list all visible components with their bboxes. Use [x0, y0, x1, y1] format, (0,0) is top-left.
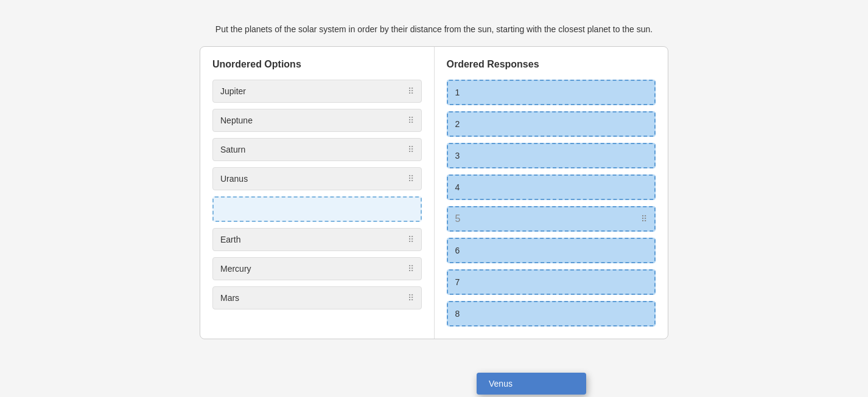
list-item[interactable]: Jupiter ⠿ — [212, 80, 422, 103]
slot-number: 6 — [455, 246, 460, 255]
ordered-slot-5[interactable]: 5 ⠿ — [447, 206, 656, 232]
slot-number: 7 — [455, 277, 460, 287]
ordered-slot-1[interactable]: 1 — [447, 80, 656, 105]
drag-handle-icon[interactable]: ⠿ — [403, 86, 414, 96]
item-label: Mercury — [220, 264, 403, 274]
ordered-slot-7[interactable]: 7 — [447, 269, 656, 295]
ordered-slot-6[interactable]: 6 — [447, 238, 656, 263]
slot-number: 3 — [455, 151, 460, 161]
drag-handle-icon[interactable]: ⠿ — [403, 235, 414, 244]
item-label: Uranus — [220, 174, 403, 184]
instructions-text: Put the planets of the solar system in o… — [215, 24, 653, 34]
drag-handle-icon[interactable]: ⠿ — [403, 174, 414, 184]
page-container: Put the planets of the solar system in o… — [0, 24, 868, 339]
slot-number: 8 — [455, 309, 460, 319]
venus-label: Venus — [489, 379, 513, 388]
unordered-header: Unordered Options — [212, 59, 422, 70]
item-label: Saturn — [220, 145, 403, 154]
slot-number: 4 — [455, 182, 460, 192]
list-item[interactable]: Mercury ⠿ — [212, 257, 422, 280]
drag-handle-icon[interactable]: ⠿ — [403, 116, 414, 125]
venus-drop-placeholder — [212, 196, 422, 222]
ordered-list: 1 2 3 4 5 ⠿ — [447, 80, 656, 326]
item-label: Jupiter — [220, 86, 403, 96]
drag-handle-icon[interactable]: ⠿ — [403, 293, 414, 303]
list-item[interactable]: Uranus ⠿ — [212, 167, 422, 190]
unordered-list: Jupiter ⠿ Neptune ⠿ Saturn ⠿ Uranus ⠿ — [212, 80, 422, 309]
slot-number: 2 — [455, 119, 460, 129]
item-label: Earth — [220, 235, 403, 244]
ordered-slot-8[interactable]: 8 — [447, 301, 656, 326]
drag-handle-icon[interactable]: ⠿ — [403, 145, 414, 154]
venus-drag-item[interactable]: Venus — [477, 373, 586, 395]
drag-handle-icon[interactable]: ⠿ — [403, 264, 414, 274]
ordered-slot-4[interactable]: 4 — [447, 174, 656, 200]
list-item[interactable]: Saturn ⠿ — [212, 138, 422, 161]
ordered-header: Ordered Responses — [447, 59, 656, 70]
ordered-column: Ordered Responses 1 2 3 4 — [435, 47, 668, 339]
unordered-column: Unordered Options Jupiter ⠿ Neptune ⠿ Sa… — [200, 47, 435, 339]
item-label: Mars — [220, 293, 403, 303]
ordered-slot-2[interactable]: 2 — [447, 111, 656, 137]
ordered-slot-3[interactable]: 3 — [447, 143, 656, 168]
list-item[interactable]: Neptune ⠿ — [212, 109, 422, 132]
main-panel: Unordered Options Jupiter ⠿ Neptune ⠿ Sa… — [200, 46, 668, 339]
list-item[interactable]: Mars ⠿ — [212, 286, 422, 309]
slot-number: 5 — [455, 213, 461, 224]
slot-number: 1 — [455, 88, 460, 97]
item-label: Neptune — [220, 116, 403, 125]
list-item[interactable]: Earth ⠿ — [212, 228, 422, 251]
drag-handle-icon[interactable]: ⠿ — [636, 214, 647, 224]
